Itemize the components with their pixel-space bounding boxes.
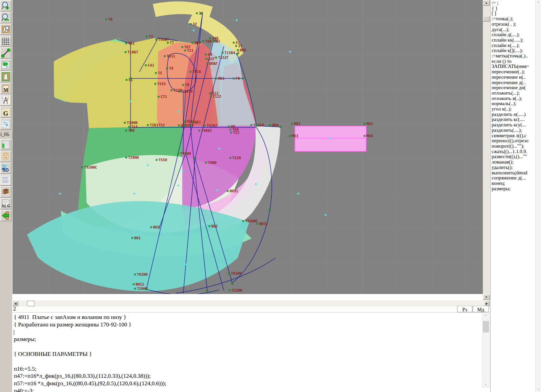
command-item[interactable]: ЗАПИСАТЬ(имя= [492, 64, 536, 69]
construction-point[interactable] [182, 170, 184, 172]
pattern-point[interactable] [155, 72, 157, 74]
curve-point[interactable] [269, 210, 271, 211]
pattern-point[interactable] [132, 237, 133, 239]
construction-point[interactable] [236, 20, 238, 21]
construction-point[interactable] [178, 111, 180, 113]
pattern-point[interactable] [147, 124, 149, 126]
construction-point[interactable] [59, 193, 61, 195]
curve-point[interactable] [231, 283, 233, 284]
pattern-point[interactable] [178, 153, 179, 154]
curve-point[interactable] [146, 289, 147, 290]
command-item[interactable]: ломаная(); [492, 160, 536, 165]
grid-button[interactable] [0, 35, 11, 47]
command-item[interactable]: := ; [492, 0, 536, 6]
pattern-point[interactable] [228, 126, 230, 127]
command-item[interactable]: выполнить(dmod [492, 170, 536, 176]
construction-point[interactable] [195, 215, 196, 216]
pattern-point[interactable] [128, 126, 130, 128]
construction-point[interactable] [140, 244, 142, 245]
construction-point[interactable] [217, 190, 218, 191]
pattern-point[interactable] [215, 78, 217, 79]
preview-button[interactable] [0, 24, 11, 35]
pattern-point[interactable] [230, 132, 232, 133]
pattern-point[interactable] [251, 124, 252, 126]
editor-vscroll-thumb[interactable] [483, 321, 489, 333]
pattern-point[interactable] [156, 159, 158, 161]
pattern-point[interactable] [183, 121, 185, 122]
pattern-point[interactable] [364, 135, 366, 137]
pattern-point[interactable] [206, 58, 208, 60]
code-editor[interactable]: { 4911 Платье с запАхом и воланом по низ… [13, 312, 482, 392]
construction-point[interactable] [130, 101, 131, 102]
pattern-point[interactable] [196, 13, 198, 14]
table-button[interactable] [0, 139, 11, 150]
pattern-point[interactable] [190, 23, 192, 25]
pattern-point[interactable] [289, 135, 291, 137]
outer-scroll-up-icon[interactable]: ⌃ [536, 1, 540, 5]
curve-point[interactable] [242, 78, 244, 79]
command-item[interactable]: удалить(); [492, 165, 536, 170]
construction-point[interactable] [298, 193, 299, 195]
construction-point[interactable] [178, 185, 179, 187]
command-item[interactable]: если () то [492, 59, 536, 64]
construction-point[interactable] [289, 51, 291, 53]
pattern-point[interactable] [227, 190, 229, 192]
pattern-point[interactable] [133, 284, 135, 285]
zoom-in-button[interactable] [0, 0, 11, 11]
pattern-point[interactable] [269, 124, 271, 126]
command-item[interactable]: сплайн к(....); [492, 43, 536, 48]
curve-point[interactable] [130, 78, 132, 79]
curve-point[interactable] [256, 125, 257, 127]
monogram-button[interactable]: M [0, 83, 11, 94]
canvas-hscroll-thumb[interactable] [27, 301, 34, 306]
pattern-point[interactable] [233, 42, 235, 44]
canvas-scroll-down-button[interactable]: ▼ [483, 294, 490, 300]
pattern-point[interactable] [146, 36, 148, 38]
pattern-point[interactable] [179, 91, 181, 92]
pattern-point[interactable] [125, 130, 127, 131]
command-item[interactable]: дуга(...); [492, 27, 536, 32]
construction-point[interactable] [330, 138, 331, 139]
pattern-point[interactable] [205, 162, 207, 164]
pattern-point[interactable] [242, 220, 244, 222]
command-item[interactable]: сплайн д(....); [492, 32, 536, 38]
pattern-point[interactable] [233, 78, 235, 79]
command-item[interactable]: сжать(()...1.1.0.9. [492, 149, 536, 154]
tools-button[interactable] [0, 95, 11, 106]
pattern-point[interactable] [158, 96, 160, 98]
command-item[interactable]: поворот(()...""); [492, 144, 536, 149]
threed-button[interactable]: 3D [0, 163, 11, 174]
command-item[interactable]: сплайн к[](....); [492, 48, 536, 53]
pattern-point[interactable] [124, 122, 126, 124]
alg-button[interactable]: ALG [0, 198, 11, 210]
model-button[interactable] [0, 151, 11, 162]
canvas-vscrollbar[interactable] [483, 0, 490, 300]
outer-scroll-down-icon[interactable]: ⌄ [536, 386, 540, 390]
curve-point[interactable] [280, 126, 282, 128]
pattern-point[interactable] [210, 96, 212, 97]
pattern-point[interactable] [164, 55, 166, 57]
pattern-point[interactable] [222, 52, 224, 54]
pattern-point[interactable] [134, 274, 136, 275]
construction-point[interactable] [325, 214, 327, 216]
command-item[interactable]: отложить в(..); [492, 96, 536, 101]
pattern-point[interactable] [184, 50, 186, 51]
pattern-point[interactable] [207, 63, 208, 65]
pattern-point[interactable] [125, 157, 127, 158]
pattern-point[interactable] [125, 43, 127, 44]
canvas-scroll-left-button[interactable]: ◀ [13, 301, 18, 306]
pattern-point[interactable] [215, 57, 217, 58]
pattern-point[interactable] [155, 83, 156, 85]
command-item[interactable]: сплайн кк(.....); [492, 38, 536, 43]
command-item[interactable]: нормаль(..); [492, 101, 536, 106]
construction-point[interactable] [255, 183, 257, 185]
curve-point[interactable] [207, 291, 208, 292]
pattern-point[interactable] [182, 46, 183, 48]
pattern-point[interactable] [235, 45, 237, 47]
image-button[interactable] [0, 59, 11, 71]
pattern-point[interactable] [228, 273, 230, 274]
outer-scrollbar[interactable] [535, 0, 541, 392]
construction-point[interactable] [185, 264, 186, 265]
command-item[interactable]: отрезок( . ); [492, 22, 536, 27]
pattern-point[interactable] [209, 38, 211, 39]
